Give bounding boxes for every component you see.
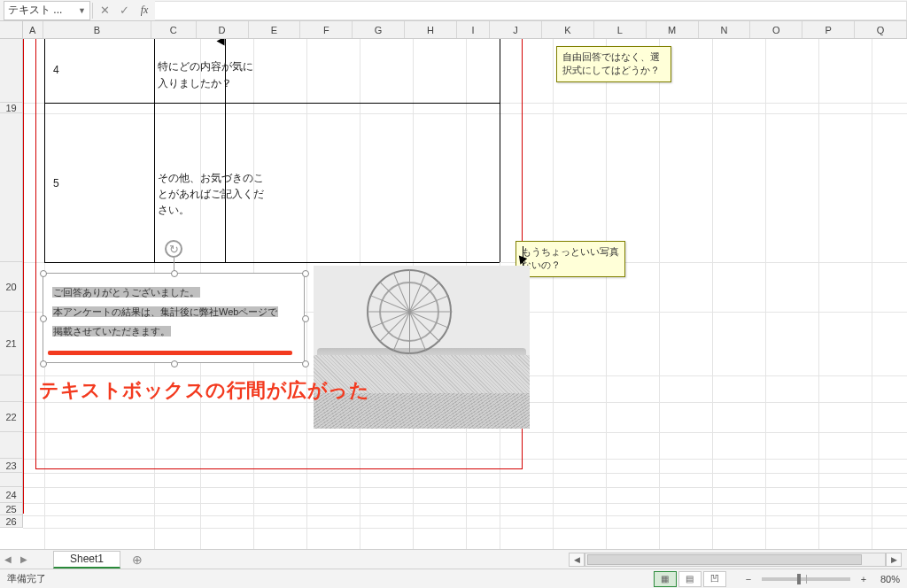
textbox-content[interactable]: ご回答ありがとうございました。本アンケートの結果は、集計後に弊社Webページで掲… bbox=[43, 274, 304, 350]
zoom-slider[interactable] bbox=[762, 577, 850, 581]
zoom-in-button[interactable]: + bbox=[857, 574, 870, 584]
zoom-thumb[interactable] bbox=[797, 574, 801, 584]
separator bbox=[92, 3, 93, 19]
row-header-24[interactable]: 24 bbox=[0, 487, 22, 503]
row-header-21[interactable]: 21 bbox=[0, 312, 22, 375]
resize-handle[interactable] bbox=[171, 270, 178, 277]
resize-handle[interactable] bbox=[302, 360, 309, 368]
normal-view-button[interactable]: ▦ bbox=[654, 571, 677, 587]
scroll-track[interactable] bbox=[585, 553, 886, 567]
resize-handle[interactable] bbox=[302, 270, 309, 277]
col-header-D[interactable]: D bbox=[197, 21, 249, 38]
selected-textbox[interactable]: ご回答ありがとうございました。本アンケートの結果は、集計後に弊社Webページで掲… bbox=[43, 273, 305, 363]
cell-grid[interactable]: 4特にどの内容が気に入りましたか？5その他、お気づきのことがあればご記入ください… bbox=[23, 39, 907, 549]
col-header-I[interactable]: I bbox=[457, 21, 490, 38]
resize-handle[interactable] bbox=[171, 360, 178, 368]
worksheet-area[interactable]: ABCDEFGHIJKLMNOPQ 1920212223242526 4特にどの… bbox=[0, 21, 907, 549]
survey-image[interactable] bbox=[314, 266, 530, 429]
row-header-r5[interactable] bbox=[0, 375, 22, 402]
comment-box-1[interactable]: 自由回答ではなく、選択式にしてはどうか？ bbox=[556, 46, 671, 82]
question-5-text: その他、お気づきのことがあればご記入ください。 bbox=[158, 170, 271, 218]
col-header-E[interactable]: E bbox=[249, 21, 301, 38]
annotation-underline bbox=[48, 351, 292, 355]
select-all-corner[interactable] bbox=[0, 21, 23, 38]
chevron-down-icon[interactable]: ▼ bbox=[78, 6, 86, 15]
column-headers: ABCDEFGHIJKLMNOPQ bbox=[0, 21, 907, 39]
zoom-label: 80% bbox=[880, 574, 900, 584]
row-header-r0[interactable] bbox=[0, 39, 22, 103]
annotation-text: テキストボックスの行間が広がった bbox=[39, 377, 369, 404]
col-header-O[interactable]: O bbox=[750, 21, 802, 38]
add-sheet-button[interactable]: ⊕ bbox=[128, 550, 147, 569]
status-bar: 準備完了 ▦ ▤ 凹 − + 80% bbox=[0, 569, 907, 588]
horizontal-scrollbar[interactable]: ◀ ▶ bbox=[569, 553, 907, 567]
formula-input[interactable] bbox=[155, 1, 907, 20]
cancel-formula-button[interactable]: ✕ bbox=[95, 1, 114, 20]
fx-icon[interactable]: fx bbox=[134, 4, 155, 17]
row-header-20[interactable]: 20 bbox=[0, 262, 22, 312]
col-header-M[interactable]: M bbox=[647, 21, 699, 38]
col-header-J[interactable]: J bbox=[490, 21, 542, 38]
resize-handle[interactable] bbox=[40, 315, 47, 322]
col-header-C[interactable]: C bbox=[151, 21, 197, 38]
zoom-out-button[interactable]: − bbox=[742, 574, 755, 584]
accept-formula-button[interactable]: ✓ bbox=[114, 1, 134, 20]
row-header-r7[interactable] bbox=[0, 432, 22, 459]
question-4-number: 4 bbox=[53, 64, 59, 76]
col-header-G[interactable]: G bbox=[353, 21, 405, 38]
row-header-19[interactable]: 19 bbox=[0, 103, 22, 113]
resize-handle[interactable] bbox=[40, 360, 47, 368]
tab-nav-prev-icon[interactable]: ◀ bbox=[0, 554, 16, 564]
scroll-thumb[interactable] bbox=[587, 554, 862, 565]
row-header-25[interactable]: 25 bbox=[0, 503, 22, 515]
sheet-tabs-strip: ◀ ▶ Sheet1 ⊕ ◀ ▶ bbox=[0, 549, 907, 569]
tab-nav-next-icon[interactable]: ▶ bbox=[16, 554, 32, 564]
row-header-26[interactable]: 26 bbox=[0, 515, 22, 528]
col-header-P[interactable]: P bbox=[802, 21, 855, 38]
page-break-view-button[interactable]: 凹 bbox=[703, 571, 726, 587]
col-header-F[interactable]: F bbox=[300, 21, 353, 38]
resize-handle[interactable] bbox=[40, 270, 47, 277]
name-box[interactable]: テキスト ... ▼ bbox=[4, 1, 90, 20]
scroll-left-button[interactable]: ◀ bbox=[569, 553, 585, 567]
row-header-22[interactable]: 22 bbox=[0, 402, 22, 432]
question-4-text: 特にどの内容が気に入りましたか？ bbox=[158, 58, 262, 92]
scroll-right-button[interactable]: ▶ bbox=[886, 553, 902, 567]
col-header-A[interactable]: A bbox=[23, 21, 44, 38]
row-header-r2[interactable] bbox=[0, 113, 22, 262]
col-header-N[interactable]: N bbox=[699, 21, 751, 38]
rotate-handle-icon[interactable] bbox=[165, 240, 182, 258]
row-headers: 1920212223242526 bbox=[0, 39, 23, 528]
col-header-B[interactable]: B bbox=[43, 21, 151, 38]
page-layout-view-button[interactable]: ▤ bbox=[678, 571, 702, 587]
status-text: 準備完了 bbox=[7, 572, 46, 585]
sheet-tab-label: Sheet1 bbox=[70, 553, 104, 565]
formula-bar-strip: テキスト ... ▼ ✕ ✓ fx bbox=[0, 0, 907, 21]
row-header-23[interactable]: 23 bbox=[0, 459, 22, 473]
col-header-K[interactable]: K bbox=[542, 21, 594, 38]
col-header-Q[interactable]: Q bbox=[855, 21, 907, 38]
name-box-value: テキスト ... bbox=[8, 3, 62, 18]
row-header-r9[interactable] bbox=[0, 473, 22, 487]
col-header-H[interactable]: H bbox=[405, 21, 457, 38]
question-5-number: 5 bbox=[53, 177, 59, 190]
sheet-tab-sheet1[interactable]: Sheet1 bbox=[53, 551, 120, 569]
comment-box-2[interactable]: もうちょっといい写真ないの？ bbox=[516, 241, 625, 277]
resize-handle[interactable] bbox=[302, 315, 309, 322]
col-header-L[interactable]: L bbox=[594, 21, 647, 38]
